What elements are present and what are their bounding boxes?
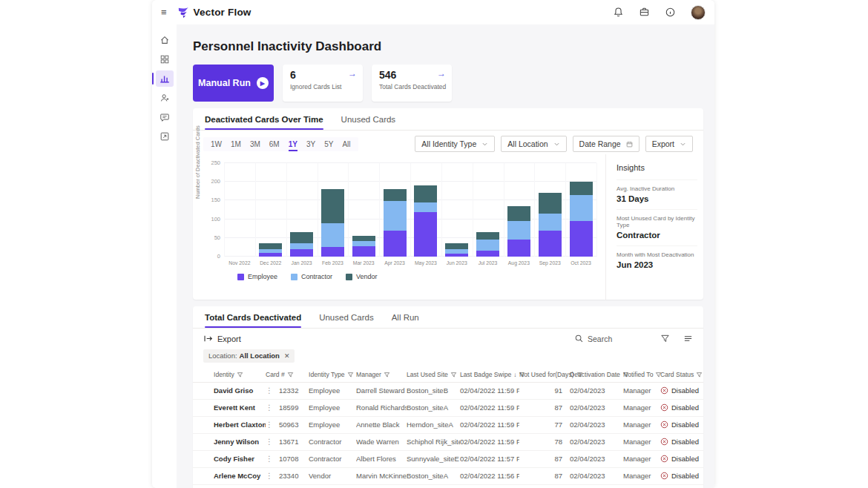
column-label: Last Badge Swipe xyxy=(460,371,511,378)
bar-may-2023[interactable] xyxy=(410,163,441,257)
range-1y[interactable]: 1Y xyxy=(289,140,297,148)
range-1w[interactable]: 1W xyxy=(211,140,222,148)
close-icon[interactable]: ✕ xyxy=(284,352,290,360)
filter-funnel-icon[interactable] xyxy=(660,334,670,343)
column-header-identity: Identity xyxy=(214,371,266,378)
range-all[interactable]: All xyxy=(342,140,350,148)
export-button[interactable]: Export xyxy=(203,334,241,343)
table-header: IdentityCard #Identity TypeManagerLast U… xyxy=(193,368,703,383)
column-header-deactivation-date: Deactivation Date xyxy=(570,371,623,378)
insight-value: 31 Days xyxy=(617,194,697,203)
bar-apr-2023[interactable] xyxy=(379,163,410,257)
stat-card-0[interactable]: 6 Ignored Cards List → xyxy=(283,65,363,102)
stat-label: Ignored Cards List xyxy=(290,83,355,90)
bar-jun-2023[interactable] xyxy=(441,163,473,257)
cell-manager: Annette Black xyxy=(356,421,407,429)
tab-deactivated-cards-over-time[interactable]: Deactivated Cards Over Time xyxy=(205,115,323,130)
column-filter-icon[interactable] xyxy=(696,372,703,378)
column-filter-icon[interactable] xyxy=(347,372,354,378)
sidebar-item-messages[interactable] xyxy=(156,109,174,125)
manual-run-button[interactable]: Manual Run ▶ xyxy=(193,65,274,102)
kebab-menu-icon[interactable]: ⋮ xyxy=(266,455,273,463)
organization-icon[interactable] xyxy=(639,7,650,18)
cell-identity: Cody Fisher xyxy=(214,455,266,463)
app-name: Vector Flow xyxy=(194,7,251,18)
bar-aug-2023[interactable] xyxy=(503,163,534,257)
kebab-menu-icon[interactable]: ⋮ xyxy=(266,421,273,429)
sidebar-item-dashboard[interactable] xyxy=(156,70,174,87)
cell-notified-to: Manager xyxy=(623,386,660,395)
column-label: Manager xyxy=(356,371,381,378)
kebab-menu-icon[interactable]: ⋮ xyxy=(266,403,273,412)
cell-notified-to: Manager xyxy=(623,403,660,412)
avatar[interactable] xyxy=(691,5,706,20)
tab-unused-cards[interactable]: Unused Cards xyxy=(341,115,396,130)
column-label: Identity xyxy=(214,371,234,378)
range-5y[interactable]: 5Y xyxy=(324,140,333,148)
info-icon[interactable] xyxy=(665,7,676,18)
filter-date-range[interactable]: Date Range xyxy=(573,136,640,152)
column-header-card-status: Card Status xyxy=(660,371,702,378)
bar-nov-2022[interactable] xyxy=(224,163,255,257)
filter-export[interactable]: Export xyxy=(645,136,693,152)
bar-dec-2022[interactable] xyxy=(255,163,286,257)
kebab-menu-icon[interactable]: ⋮ xyxy=(266,386,273,395)
range-3m[interactable]: 3M xyxy=(250,140,260,148)
arrow-right-icon[interactable]: → xyxy=(437,68,446,79)
kebab-menu-icon[interactable]: ⋮ xyxy=(266,472,273,480)
column-label: Not Used for(Days) xyxy=(519,371,574,378)
tab-all-run[interactable]: All Run xyxy=(392,313,419,328)
filter-all-identity-type[interactable]: All Identity Type xyxy=(415,136,495,152)
home-icon xyxy=(160,35,170,45)
column-filter-icon[interactable] xyxy=(384,372,390,378)
kebab-menu-icon[interactable]: ⋮ xyxy=(266,438,273,446)
column-filter-icon[interactable] xyxy=(287,372,294,378)
bar-mar-2023[interactable] xyxy=(348,163,379,257)
arrow-right-icon[interactable]: → xyxy=(348,68,357,79)
x-tick-label: Nov 2022 xyxy=(224,260,255,266)
y-axis-label: Number of Deactivated Cards xyxy=(194,125,201,199)
bar-oct-2023[interactable] xyxy=(565,163,596,257)
legend-label: Employee xyxy=(248,273,277,280)
range-6m[interactable]: 6M xyxy=(269,140,280,148)
cell-deactivation-date: 02/04/2023 xyxy=(570,438,623,446)
sidebar-item-people[interactable] xyxy=(156,90,174,106)
sidebar-item-apps[interactable] xyxy=(156,51,174,67)
sidebar-item-reports[interactable] xyxy=(156,128,174,145)
column-filter-icon[interactable] xyxy=(237,372,243,378)
cell-manager: Darrell Steward xyxy=(356,386,407,395)
bar-segment-contractor xyxy=(539,214,562,231)
bar-feb-2023[interactable] xyxy=(317,163,348,257)
search-input[interactable] xyxy=(588,334,647,343)
bell-icon[interactable] xyxy=(613,7,624,18)
cell-notified-to: Manager xyxy=(623,421,660,429)
filter-chips: Location: All Location ✕ xyxy=(193,346,703,368)
legend-contractor[interactable]: Contractor xyxy=(291,273,332,280)
bar-segment-contractor xyxy=(507,221,530,240)
sort-desc-icon[interactable]: ↓ xyxy=(513,372,516,378)
range-3y[interactable]: 3Y xyxy=(306,140,315,148)
cell-identity-type: Contractor xyxy=(309,455,356,463)
chip-label: Location: xyxy=(208,352,237,360)
legend-employee[interactable]: Employee xyxy=(237,273,277,280)
stat-card-1[interactable]: 546 Total Cards Deactivated → xyxy=(372,65,452,102)
stat-label: Total Cards Deactivated xyxy=(379,83,444,90)
cell-last-used-site: Schiphol Rijk_siteA xyxy=(407,438,460,446)
column-settings-icon[interactable] xyxy=(683,334,693,343)
chart-controls: 1W1M3M6M1Y3Y5YAll All Identity Type All … xyxy=(193,131,703,154)
hamburger-icon[interactable]: ≡ xyxy=(161,7,167,18)
sidebar-item-home[interactable] xyxy=(156,32,174,48)
filter-all-location[interactable]: All Location xyxy=(501,136,566,152)
tab-total-cards-deactivated[interactable]: Total Cards Deactivated xyxy=(205,313,301,328)
tab-unused-cards[interactable]: Unused Cards xyxy=(319,313,374,328)
location-filter-chip[interactable]: Location: All Location ✕ xyxy=(203,349,295,363)
bar-jan-2023[interactable] xyxy=(286,163,318,257)
column-filter-icon[interactable] xyxy=(450,372,457,378)
x-tick-label: Jun 2023 xyxy=(441,260,473,266)
bar-sep-2023[interactable] xyxy=(534,163,565,257)
cell-deactivation-date: 02/04/2023 xyxy=(570,386,623,395)
cell-not-used-days: 87 xyxy=(519,455,570,463)
legend-vendor[interactable]: Vendor xyxy=(346,273,378,280)
range-1m[interactable]: 1M xyxy=(231,140,241,148)
bar-jul-2023[interactable] xyxy=(473,163,504,257)
